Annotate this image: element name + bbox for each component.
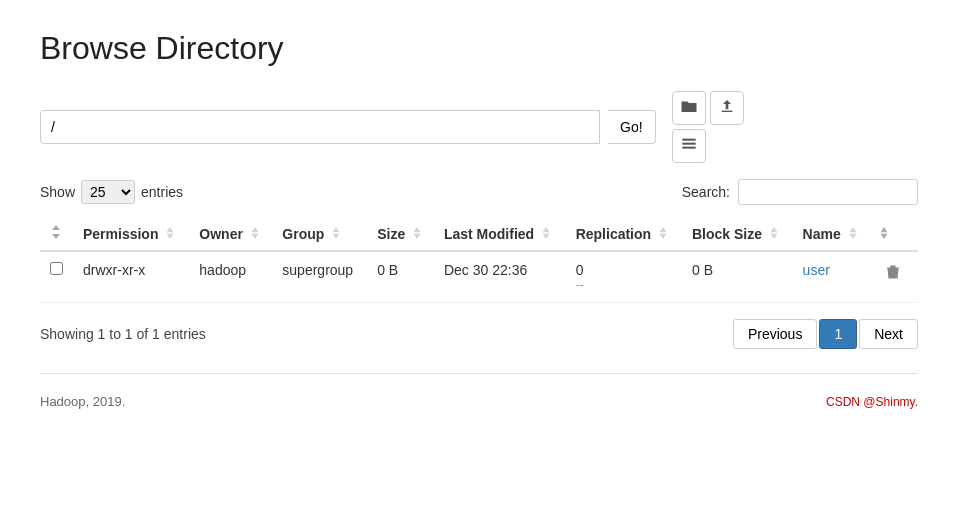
sort-icon-block-size bbox=[770, 227, 778, 242]
previous-button[interactable]: Previous bbox=[733, 319, 817, 349]
go-button[interactable]: Go! bbox=[608, 110, 656, 144]
svg-rect-2 bbox=[682, 143, 695, 145]
row-size: 0 B bbox=[367, 251, 434, 303]
list-icon-button[interactable] bbox=[672, 129, 706, 163]
row-last-modified: Dec 30 22:36 bbox=[434, 251, 566, 303]
col-size[interactable]: Size bbox=[367, 217, 434, 251]
last-modified-label: Last Modified bbox=[444, 226, 534, 242]
group-label: Group bbox=[282, 226, 324, 242]
col-group[interactable]: Group bbox=[272, 217, 367, 251]
col-last-modified[interactable]: Last Modified bbox=[434, 217, 566, 251]
col-replication[interactable]: Replication bbox=[566, 217, 682, 251]
folder-icon-button[interactable] bbox=[672, 91, 706, 125]
col-permission[interactable]: Permission bbox=[73, 217, 189, 251]
row-delete-cell[interactable] bbox=[870, 251, 918, 303]
search-label: Search: bbox=[682, 184, 730, 200]
row-name[interactable]: user bbox=[793, 251, 870, 303]
row-group: supergroup bbox=[272, 251, 367, 303]
row-name-link[interactable]: user bbox=[803, 262, 830, 278]
replication-label: Replication bbox=[576, 226, 651, 242]
row-block-size: 0 B bbox=[682, 251, 793, 303]
col-name[interactable]: Name bbox=[793, 217, 870, 251]
entries-select[interactable]: 10 25 50 100 bbox=[81, 180, 135, 204]
svg-rect-3 bbox=[682, 147, 695, 149]
list-icon bbox=[681, 137, 697, 155]
table-row: drwxr-xr-x hadoop supergroup 0 B Dec 30 … bbox=[40, 251, 918, 303]
upload-icon-button[interactable] bbox=[710, 91, 744, 125]
search-input[interactable] bbox=[738, 179, 918, 205]
delete-button[interactable] bbox=[880, 262, 906, 286]
col-block-size[interactable]: Block Size bbox=[682, 217, 793, 251]
sort-icon-last-modified bbox=[542, 227, 550, 242]
name-label: Name bbox=[803, 226, 841, 242]
svg-rect-1 bbox=[682, 139, 695, 141]
page-title: Browse Directory bbox=[40, 30, 918, 67]
show-label: Show bbox=[40, 184, 75, 200]
svg-rect-0 bbox=[721, 111, 732, 112]
folder-icon bbox=[680, 98, 698, 118]
row-checkbox[interactable] bbox=[50, 262, 63, 275]
sort-icon-size bbox=[413, 227, 421, 242]
sort-icon-owner bbox=[251, 227, 259, 242]
row-owner: hadoop bbox=[189, 251, 272, 303]
entries-label: entries bbox=[141, 184, 183, 200]
permission-label: Permission bbox=[83, 226, 158, 242]
sort-icon-replication bbox=[659, 227, 667, 242]
sort-icon-blank bbox=[50, 226, 62, 242]
sort-icon-name bbox=[849, 227, 857, 242]
owner-label: Owner bbox=[199, 226, 243, 242]
next-button[interactable]: Next bbox=[859, 319, 918, 349]
showing-text: Showing 1 to 1 of 1 entries bbox=[40, 326, 206, 342]
row-permission: drwxr-xr-x bbox=[73, 251, 189, 303]
select-all-header bbox=[40, 217, 73, 251]
page-1-button[interactable]: 1 bbox=[819, 319, 857, 349]
brand-text: CSDN @Shinmy. bbox=[826, 395, 918, 409]
row-replication: 0-- bbox=[566, 251, 682, 303]
upload-icon bbox=[719, 98, 735, 118]
block-size-label: Block Size bbox=[692, 226, 762, 242]
pagination-controls: Previous 1 Next bbox=[733, 319, 918, 349]
sort-icon-actions bbox=[880, 226, 888, 242]
row-checkbox-cell[interactable] bbox=[40, 251, 73, 303]
sort-icon-permission bbox=[166, 227, 174, 242]
footer-divider bbox=[40, 373, 918, 374]
copyright-text: Hadoop, 2019. bbox=[40, 394, 125, 409]
directory-table: Permission Owner Group bbox=[40, 217, 918, 303]
col-owner[interactable]: Owner bbox=[189, 217, 272, 251]
col-actions bbox=[870, 217, 918, 251]
sort-icon-group bbox=[332, 227, 340, 242]
size-label: Size bbox=[377, 226, 405, 242]
path-input[interactable] bbox=[40, 110, 600, 144]
